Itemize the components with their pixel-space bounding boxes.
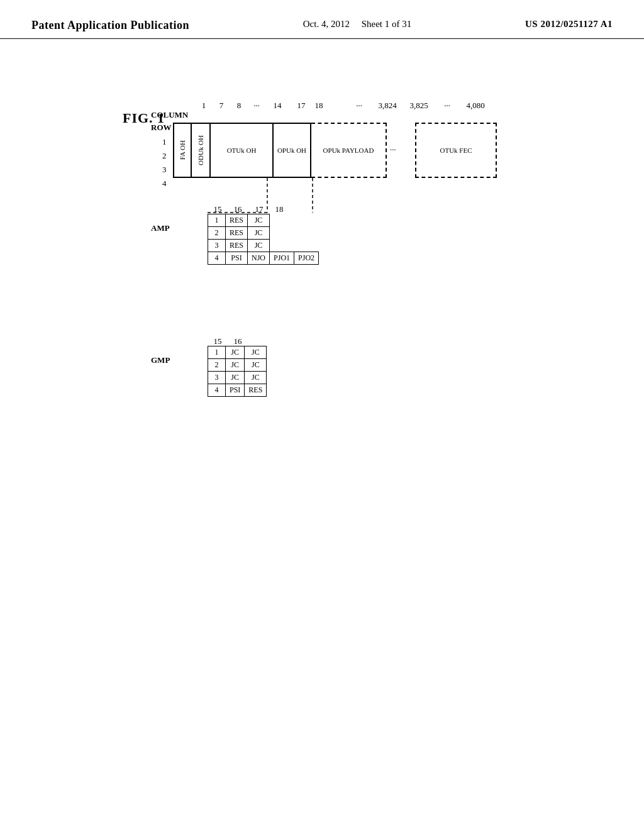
opuk-oh-label: OPUk OH — [277, 147, 306, 154]
oduk-oh-label: ODUk OH — [197, 135, 204, 165]
column-numbers-row: 1 7 8 ··· 14 17 18 ··· 3,824 3,825 ··· 4… — [195, 101, 491, 111]
col-num-18: 18 — [310, 101, 328, 111]
fa-oh-label: FA OH — [179, 140, 186, 160]
diagram-content: COLUMN 1 7 8 ··· 14 17 18 ··· 3,824 3,82… — [151, 97, 591, 663]
opuk-oh-box: OPUk OH — [274, 123, 311, 178]
amp-r4-c17: PJO1 — [270, 252, 294, 265]
gmp-r2-c15: JC — [226, 359, 245, 372]
gmp-r4-c16: RES — [245, 384, 267, 397]
amp-r2-num: 2 — [208, 227, 226, 240]
gmp-r3-num: 3 — [208, 372, 226, 384]
fa-oh-box: FA OH — [173, 123, 192, 178]
amp-r2-empty2 — [294, 227, 319, 240]
payload-dots: ··· — [390, 145, 396, 155]
amp-row-2: 2 RES JC — [208, 227, 319, 240]
col-num-3825: 3,825 — [403, 101, 435, 111]
gmp-grid: 1 JC JC 2 JC JC 3 JC JC 4 PSI RES — [208, 346, 267, 397]
publication-date: Oct. 4, 2012 — [303, 19, 350, 29]
publication-title: Patent Application Publication — [31, 19, 189, 32]
opuk-payload-box: OPUk PAYLOAD — [311, 123, 387, 178]
col-num-17: 17 — [292, 101, 310, 111]
amp-r1-c15: RES — [226, 214, 248, 227]
amp-r2-c16: JC — [248, 227, 270, 240]
connecting-lines-svg — [267, 178, 393, 222]
amp-row-3: 3 RES JC — [208, 240, 319, 252]
amp-r1-num: 1 — [208, 214, 226, 227]
row-num-3: 3 — [162, 163, 167, 177]
page-header: Patent Application Publication Oct. 4, 2… — [0, 0, 644, 39]
amp-r2-empty — [270, 227, 294, 240]
amp-r4-c18: PJO2 — [294, 252, 319, 265]
otuk-fec-label: OTUk FEC — [440, 147, 472, 154]
gmp-r1-c16: JC — [245, 346, 267, 359]
amp-row-4: 4 PSI NJO PJO1 PJO2 — [208, 252, 319, 265]
col-num-8: 8 — [230, 101, 248, 111]
otuk-oh-label: OTUk OH — [227, 147, 257, 154]
col-dots-2: ··· — [347, 101, 372, 111]
col-num-4080: 4,080 — [460, 101, 491, 111]
amp-r4-c16: NJO — [248, 252, 270, 265]
gmp-r1-c15: JC — [226, 346, 245, 359]
gmp-label: GMP — [151, 355, 170, 365]
amp-r4-num: 4 — [208, 252, 226, 265]
amp-r1-c16: JC — [248, 214, 270, 227]
gmp-row-2: 2 JC JC — [208, 359, 267, 372]
gmp-r2-c16: JC — [245, 359, 267, 372]
column-label: COLUMN — [151, 110, 188, 120]
gmp-r4-c15: PSI — [226, 384, 245, 397]
otuk-oh-box: OTUk OH — [211, 123, 274, 178]
row-label: ROW — [151, 123, 172, 133]
amp-r3-empty2 — [294, 240, 319, 252]
gmp-row-1: 1 JC JC — [208, 346, 267, 359]
opuk-payload-label: OPUk PAYLOAD — [323, 147, 374, 154]
patent-number: US 2012/0251127 A1 — [525, 19, 613, 30]
header-center: Oct. 4, 2012 Sheet 1 of 31 — [303, 19, 412, 30]
row-num-2: 2 — [162, 149, 167, 163]
gmp-r4-num: 4 — [208, 384, 226, 397]
sheet-info: Sheet 1 of 31 — [362, 19, 412, 29]
gmp-col-16-header: 16 — [228, 336, 248, 346]
gmp-r1-num: 1 — [208, 346, 226, 359]
col-num-7: 7 — [213, 101, 230, 111]
gmp-r3-c16: JC — [245, 372, 267, 384]
row-num-4: 4 — [162, 177, 167, 191]
amp-r4-c15: PSI — [226, 252, 248, 265]
row-num-1: 1 — [162, 135, 167, 149]
gmp-row-3: 3 JC JC — [208, 372, 267, 384]
amp-label: AMP — [151, 223, 170, 233]
connecting-lines-svg2 — [313, 178, 316, 222]
oduk-oh-box: ODUk OH — [192, 123, 211, 178]
amp-r3-num: 3 — [208, 240, 226, 252]
gmp-col-15-header: 15 — [208, 336, 228, 346]
row-numbers: 1 2 3 4 — [162, 135, 167, 191]
amp-r3-c15: RES — [226, 240, 248, 252]
col-num-14: 14 — [265, 101, 289, 111]
col-dots-1: ··· — [248, 101, 265, 111]
col-num-3824: 3,824 — [372, 101, 403, 111]
gmp-col-nums: 15 16 — [208, 336, 248, 346]
col-num-1: 1 — [195, 101, 213, 111]
gmp-r3-c15: JC — [226, 372, 245, 384]
amp-r2-c15: RES — [226, 227, 248, 240]
diagram-container: COLUMN 1 7 8 ··· 14 17 18 ··· 3,824 3,82… — [151, 97, 623, 789]
col-dots-3: ··· — [435, 101, 460, 111]
otuk-fec-box: OTUk FEC — [415, 123, 497, 178]
amp-r3-empty — [270, 240, 294, 252]
gmp-row-4: 4 PSI RES — [208, 384, 267, 397]
amp-r3-c16: JC — [248, 240, 270, 252]
gmp-r2-num: 2 — [208, 359, 226, 372]
